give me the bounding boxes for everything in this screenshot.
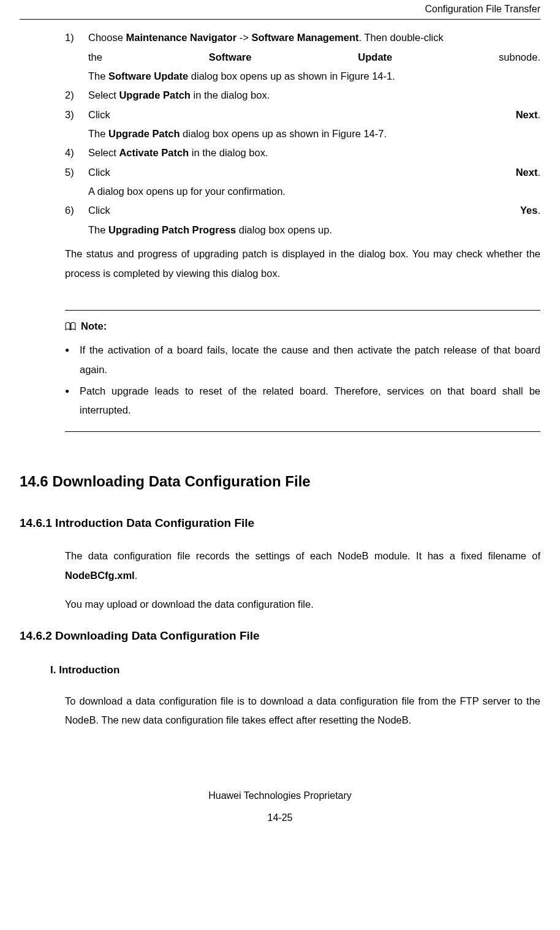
page-header: Configuration File Transfer: [20, 0, 540, 20]
step-number: 4): [65, 143, 88, 162]
step-body: Choose Maintenance Navigator -> Software…: [88, 28, 540, 86]
heading-introduction: I. Introduction: [50, 660, 540, 680]
step-6: 6) Click Yes. The Upgrading Patch Progre…: [65, 201, 540, 240]
step-body: Click Next. The Upgrade Patch dialog box…: [88, 105, 540, 144]
note-bullet-2: ● Patch upgrade leads to reset of the re…: [65, 382, 540, 420]
note-block: Note: ● If the activation of a board fai…: [65, 310, 540, 432]
bullet-icon: ●: [65, 382, 80, 420]
footer-proprietary: Huawei Technologies Proprietary: [20, 785, 540, 806]
step-5: 5) Click Next. A dialog box opens up for…: [65, 163, 540, 202]
note-header: Note:: [65, 317, 540, 336]
step-number: 1): [65, 28, 88, 86]
download-para: To download a data configuration file is…: [65, 692, 540, 730]
intro-para-2: You may upload or download the data conf…: [65, 595, 540, 614]
step-3: 3) Click Next. The Upgrade Patch dialog …: [65, 105, 540, 144]
header-title: Configuration File Transfer: [425, 4, 540, 14]
summary-para: The status and progress of upgrading pat…: [65, 244, 540, 283]
step-2: 2) Select Upgrade Patch in the dialog bo…: [65, 86, 540, 105]
heading-14-6-1: 14.6.1 Introduction Data Configuration F…: [20, 512, 540, 534]
steps-block: 1) Choose Maintenance Navigator -> Softw…: [65, 28, 540, 282]
step-number: 3): [65, 105, 88, 144]
footer-page-number: 14-25: [20, 807, 540, 828]
step-body: Click Yes. The Upgrading Patch Progress …: [88, 201, 540, 240]
heading-14-6: 14.6 Downloading Data Configuration File: [20, 467, 540, 496]
step-number: 2): [65, 86, 88, 105]
step-4: 4) Select Activate Patch in the dialog b…: [65, 143, 540, 162]
note-label: Note:: [81, 317, 107, 336]
step-number: 6): [65, 201, 88, 240]
bullet-icon: ●: [65, 341, 80, 379]
step-body: Click Next. A dialog box opens up for yo…: [88, 163, 540, 202]
step-1: 1) Choose Maintenance Navigator -> Softw…: [65, 28, 540, 86]
book-icon: [65, 322, 76, 331]
step-number: 5): [65, 163, 88, 202]
heading-14-6-2: 14.6.2 Downloading Data Configuration Fi…: [20, 625, 540, 647]
page-footer: Huawei Technologies Proprietary 14-25: [20, 785, 540, 828]
step-body: Select Upgrade Patch in the dialog box.: [88, 86, 540, 105]
intro-para-1: The data configuration file records the …: [65, 546, 540, 585]
step-body: Select Activate Patch in the dialog box.: [88, 143, 540, 162]
note-bullet-1: ● If the activation of a board fails, lo…: [65, 341, 540, 379]
